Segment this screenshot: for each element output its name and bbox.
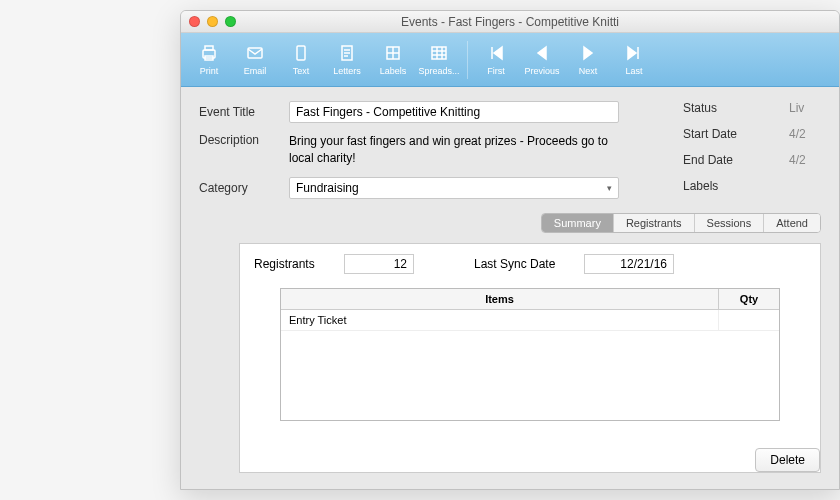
labels-field-label: Labels bbox=[683, 179, 763, 193]
toolbar: Print Email Text Letters Labels Spreads.… bbox=[181, 33, 839, 87]
last-label: Last bbox=[625, 66, 642, 76]
previous-icon bbox=[532, 43, 552, 63]
close-icon[interactable] bbox=[189, 16, 200, 27]
labels-button[interactable]: Labels bbox=[371, 36, 415, 84]
labels-icon bbox=[383, 43, 403, 63]
event-title-input[interactable] bbox=[289, 101, 619, 123]
email-button[interactable]: Email bbox=[233, 36, 277, 84]
print-icon bbox=[199, 43, 219, 63]
text-label: Text bbox=[293, 66, 310, 76]
description-text[interactable]: Bring your fast fingers and win great pr… bbox=[289, 133, 619, 167]
category-select[interactable]: Fundraising ▾ bbox=[289, 177, 619, 199]
next-icon bbox=[578, 43, 598, 63]
first-label: First bbox=[487, 66, 505, 76]
chevron-down-icon: ▾ bbox=[607, 183, 612, 193]
text-button[interactable]: Text bbox=[279, 36, 323, 84]
svg-rect-1 bbox=[205, 46, 213, 50]
tab-bar: Summary Registrants Sessions Attend bbox=[199, 213, 821, 233]
svg-rect-3 bbox=[248, 48, 262, 58]
svg-rect-7 bbox=[432, 47, 446, 59]
end-date-value[interactable]: 4/2 bbox=[789, 153, 829, 167]
event-form: Event Title Description Bring your fast … bbox=[181, 87, 839, 483]
items-table: Items Qty Entry Ticket bbox=[280, 288, 780, 421]
labels-label: Labels bbox=[380, 66, 407, 76]
end-date-label: End Date bbox=[683, 153, 763, 167]
print-label: Print bbox=[200, 66, 219, 76]
registrants-count[interactable]: 12 bbox=[344, 254, 414, 274]
event-window: Events - Fast Fingers - Competitive Knit… bbox=[180, 10, 840, 490]
tab-attend[interactable]: Attend bbox=[764, 214, 820, 232]
minimize-icon[interactable] bbox=[207, 16, 218, 27]
titlebar[interactable]: Events - Fast Fingers - Competitive Knit… bbox=[181, 11, 839, 33]
letters-label: Letters bbox=[333, 66, 361, 76]
last-sync-label: Last Sync Date bbox=[474, 257, 584, 271]
last-button[interactable]: Last bbox=[612, 36, 656, 84]
grid-icon bbox=[429, 43, 449, 63]
table-row[interactable]: Entry Ticket bbox=[281, 310, 779, 331]
spreadsheet-button[interactable]: Spreads... bbox=[417, 36, 461, 84]
phone-icon bbox=[291, 43, 311, 63]
email-icon bbox=[245, 43, 265, 63]
next-button[interactable]: Next bbox=[566, 36, 610, 84]
previous-label: Previous bbox=[524, 66, 559, 76]
event-title-label: Event Title bbox=[199, 105, 289, 119]
last-sync-value[interactable]: 12/21/16 bbox=[584, 254, 674, 274]
start-date-value[interactable]: 4/2 bbox=[789, 127, 829, 141]
registrants-label: Registrants bbox=[254, 257, 344, 271]
next-label: Next bbox=[579, 66, 598, 76]
first-icon bbox=[486, 43, 506, 63]
status-value[interactable]: Liv bbox=[789, 101, 829, 115]
spreads-label: Spreads... bbox=[418, 66, 459, 76]
print-button[interactable]: Print bbox=[187, 36, 231, 84]
tab-sessions[interactable]: Sessions bbox=[695, 214, 765, 232]
start-date-label: Start Date bbox=[683, 127, 763, 141]
category-value: Fundraising bbox=[296, 181, 359, 195]
tab-registrants[interactable]: Registrants bbox=[614, 214, 695, 232]
item-name: Entry Ticket bbox=[281, 310, 719, 330]
items-header: Items bbox=[281, 289, 719, 309]
last-icon bbox=[624, 43, 644, 63]
item-qty bbox=[719, 310, 779, 330]
svg-rect-4 bbox=[297, 46, 305, 60]
zoom-icon[interactable] bbox=[225, 16, 236, 27]
letters-button[interactable]: Letters bbox=[325, 36, 369, 84]
letter-icon bbox=[337, 43, 357, 63]
toolbar-separator bbox=[467, 41, 468, 79]
email-label: Email bbox=[244, 66, 267, 76]
delete-button[interactable]: Delete bbox=[755, 448, 820, 472]
category-label: Category bbox=[199, 181, 289, 195]
window-title: Events - Fast Fingers - Competitive Knit… bbox=[181, 15, 839, 29]
qty-header: Qty bbox=[719, 289, 779, 309]
summary-panel: Registrants 12 Last Sync Date 12/21/16 I… bbox=[239, 243, 821, 473]
status-label: Status bbox=[683, 101, 763, 115]
description-label: Description bbox=[199, 133, 289, 147]
traffic-lights bbox=[189, 16, 236, 27]
tab-summary[interactable]: Summary bbox=[542, 214, 614, 232]
first-button[interactable]: First bbox=[474, 36, 518, 84]
previous-button[interactable]: Previous bbox=[520, 36, 564, 84]
